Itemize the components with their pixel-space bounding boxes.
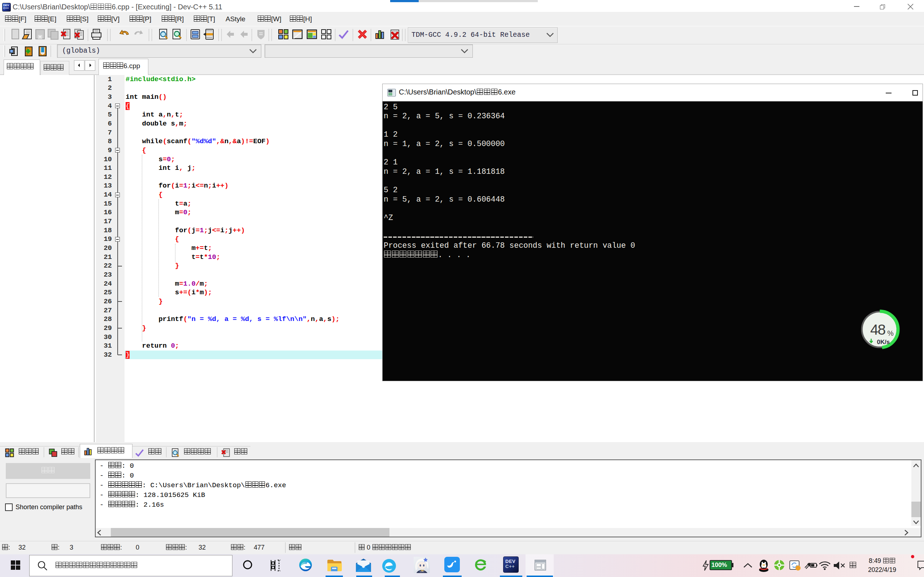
svg-text:48: 48 bbox=[870, 321, 885, 338]
svg-text:%: % bbox=[887, 329, 894, 337]
svg-text:wshfx: wshfx bbox=[420, 571, 425, 573]
svg-text:0K/s: 0K/s bbox=[877, 338, 890, 345]
